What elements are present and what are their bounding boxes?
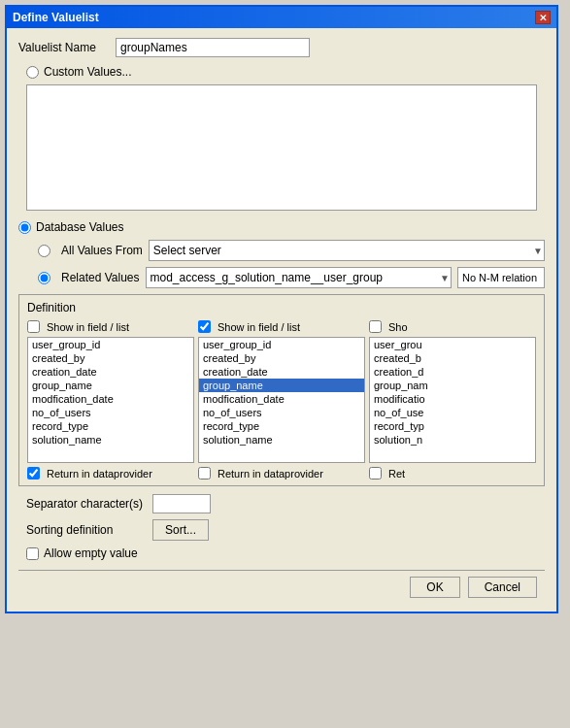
list-item[interactable]: solution_name bbox=[28, 433, 193, 447]
valuelist-name-label: Valuelist Name bbox=[18, 41, 116, 54]
separator-input[interactable] bbox=[152, 494, 211, 513]
col3-show-checkbox[interactable] bbox=[369, 320, 382, 333]
col1-show-label: Show in field / list bbox=[47, 321, 129, 333]
list-item[interactable]: created_by bbox=[28, 351, 193, 365]
col2-header: Show in field / list bbox=[198, 320, 365, 333]
dialog-body: Valuelist Name Custom Values... Database… bbox=[7, 28, 556, 612]
list-item[interactable]: modfication_date bbox=[199, 392, 364, 406]
list-item[interactable]: user_group_id bbox=[28, 338, 193, 351]
valuelist-name-row: Valuelist Name bbox=[18, 38, 545, 57]
list-item-selected[interactable]: group_name bbox=[199, 379, 364, 392]
list-item[interactable]: creation_date bbox=[199, 365, 364, 379]
col3-show-label: Sho bbox=[388, 321, 408, 333]
dialog-title: Define Valuelist bbox=[13, 11, 99, 24]
database-values-label: Database Values bbox=[36, 220, 124, 234]
custom-values-label: Custom Values... bbox=[44, 65, 131, 79]
list-item[interactable]: creation_d bbox=[370, 365, 535, 379]
define-valuelist-dialog: Define Valuelist ✕ Valuelist Name Custom… bbox=[5, 5, 558, 613]
list-item[interactable]: solution_name bbox=[199, 433, 364, 447]
list-item[interactable]: creation_date bbox=[28, 365, 193, 379]
database-values-radio[interactable] bbox=[18, 221, 31, 234]
col2-footer: Return in dataprovider bbox=[198, 467, 365, 480]
custom-values-radio-row: Custom Values... bbox=[26, 65, 545, 79]
related-values-radio[interactable] bbox=[38, 272, 50, 284]
column-panel-1: Show in field / list user_group_id creat… bbox=[27, 320, 194, 480]
button-row: OK Cancel bbox=[18, 570, 545, 602]
title-bar: Define Valuelist ✕ bbox=[7, 7, 556, 28]
list-item[interactable]: modificatio bbox=[370, 392, 535, 406]
col2-return-label: Return in dataprovider bbox=[218, 468, 323, 480]
server-select-wrapper: Select server ▼ bbox=[149, 240, 545, 261]
ok-button[interactable]: OK bbox=[410, 577, 459, 598]
list-item[interactable]: user_group_id bbox=[199, 338, 364, 351]
col2-show-checkbox[interactable] bbox=[198, 320, 211, 333]
list-item[interactable]: record_type bbox=[199, 419, 364, 433]
cancel-button[interactable]: Cancel bbox=[468, 577, 537, 598]
col2-show-label: Show in field / list bbox=[218, 321, 300, 333]
list-item[interactable]: group_name bbox=[28, 379, 193, 392]
all-values-row: All Values From Select server ▼ bbox=[38, 240, 545, 261]
list-item[interactable]: solution_n bbox=[370, 433, 535, 447]
list-item[interactable]: no_of_users bbox=[199, 406, 364, 419]
nm-relation-label: No N-M relation bbox=[457, 267, 545, 288]
list-item[interactable]: no_of_use bbox=[370, 406, 535, 419]
col3-footer: Ret bbox=[369, 467, 536, 480]
list-item[interactable]: created_b bbox=[370, 351, 535, 365]
list-item[interactable]: record_typ bbox=[370, 419, 535, 433]
sorting-label: Sorting definition bbox=[26, 523, 152, 537]
list-item[interactable]: user_grou bbox=[370, 338, 535, 351]
related-values-select[interactable]: mod_access_g_solution_name__user_group bbox=[146, 267, 453, 288]
col3-header: Sho bbox=[369, 320, 536, 333]
database-values-row: Database Values bbox=[18, 220, 545, 234]
col2-return-checkbox[interactable] bbox=[198, 467, 211, 480]
col3-return-checkbox[interactable] bbox=[369, 467, 382, 480]
list-item[interactable]: no_of_users bbox=[28, 406, 193, 419]
definition-group: Definition Show in field / list user_gro… bbox=[18, 294, 545, 486]
sort-button[interactable]: Sort... bbox=[152, 519, 209, 541]
list-item[interactable]: modfication_date bbox=[28, 392, 193, 406]
allow-empty-label: Allow empty value bbox=[44, 546, 138, 560]
definition-label: Definition bbox=[27, 301, 536, 314]
valuelist-name-input[interactable] bbox=[116, 38, 310, 57]
col1-return-label: Return in dataprovider bbox=[47, 468, 152, 480]
list-item[interactable]: record_type bbox=[28, 419, 193, 433]
col2-list[interactable]: user_group_id created_by creation_date g… bbox=[198, 337, 365, 463]
col1-footer: Return in dataprovider bbox=[27, 467, 194, 480]
allow-empty-checkbox[interactable] bbox=[26, 547, 39, 560]
col1-show-checkbox[interactable] bbox=[27, 320, 40, 333]
related-values-row: Related Values mod_access_g_solution_nam… bbox=[38, 267, 545, 288]
columns-container: Show in field / list user_group_id creat… bbox=[27, 320, 536, 480]
all-values-label: All Values From bbox=[61, 244, 143, 257]
col3-return-label: Ret bbox=[388, 468, 405, 480]
bottom-section: Separator character(s) Sorting definitio… bbox=[18, 494, 545, 541]
separator-row: Separator character(s) bbox=[26, 494, 537, 513]
col1-header: Show in field / list bbox=[27, 320, 194, 333]
all-values-radio[interactable] bbox=[38, 245, 50, 257]
allow-empty-row: Allow empty value bbox=[26, 546, 545, 560]
list-item[interactable]: group_nam bbox=[370, 379, 535, 392]
close-button[interactable]: ✕ bbox=[535, 11, 551, 24]
list-item[interactable]: created_by bbox=[199, 351, 364, 365]
server-select[interactable]: Select server bbox=[149, 240, 545, 261]
sorting-row: Sorting definition Sort... bbox=[26, 519, 537, 541]
column-panel-2: Show in field / list user_group_id creat… bbox=[198, 320, 365, 480]
col1-return-checkbox[interactable] bbox=[27, 467, 40, 480]
col1-list[interactable]: user_group_id created_by creation_date g… bbox=[27, 337, 194, 463]
column-panel-3: Sho user_grou created_b creation_d group… bbox=[369, 320, 536, 480]
custom-values-area[interactable] bbox=[26, 84, 537, 211]
separator-label: Separator character(s) bbox=[26, 497, 152, 511]
col3-list[interactable]: user_grou created_b creation_d group_nam… bbox=[369, 337, 536, 463]
related-values-select-wrapper: mod_access_g_solution_name__user_group ▼ bbox=[146, 267, 453, 288]
related-values-label: Related Values bbox=[61, 271, 140, 284]
custom-values-radio[interactable] bbox=[26, 66, 39, 79]
